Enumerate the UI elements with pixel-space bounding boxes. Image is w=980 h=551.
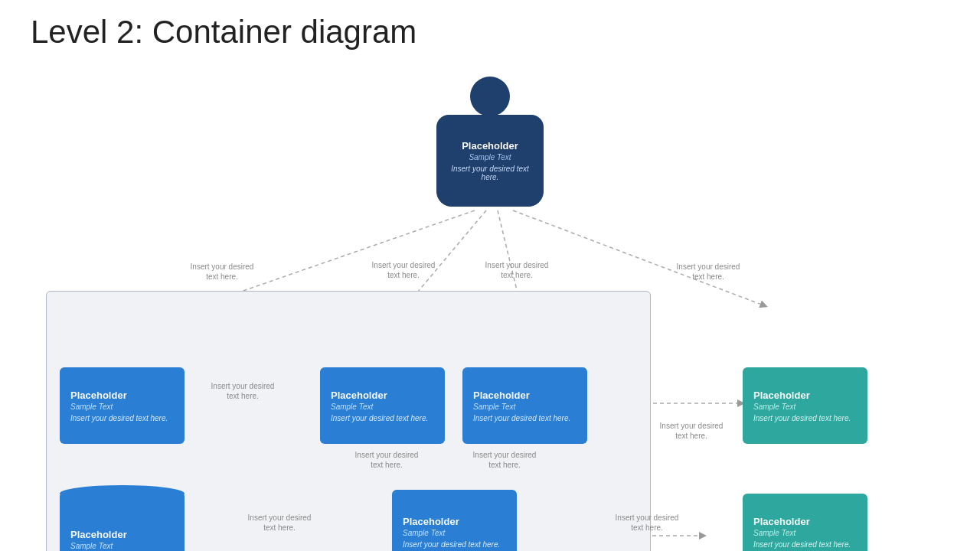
teal1-sample: Sample Text: [753, 403, 795, 411]
label-box3-teal1: Insert your desired text here.: [657, 421, 726, 441]
person-shape: Placeholder Sample Text Insert your desi…: [436, 77, 544, 207]
label-person-box3: Insert your desired text here.: [482, 260, 551, 280]
cylinder-top: [60, 485, 185, 502]
person-body: Placeholder Sample Text Insert your desi…: [436, 115, 544, 207]
diagram-area: Placeholder Sample Text Insert your desi…: [0, 69, 980, 551]
teal2-title: Placeholder: [753, 516, 810, 527]
person-sample: Sample Text: [469, 153, 511, 161]
teal1-title: Placeholder: [753, 390, 810, 401]
teal-box-2: Placeholder Sample Text Insert your desi…: [743, 494, 867, 551]
teal1-text: Insert your desired text here.: [753, 414, 851, 422]
cylinder-body: Placeholder Sample Text Insert your desi…: [60, 494, 185, 551]
teal-box-1: Placeholder Sample Text Insert your desi…: [743, 367, 867, 444]
box2-sample: Sample Text: [331, 403, 373, 411]
label-box3-box5: Insert your desired text here.: [470, 450, 539, 470]
cyl-title: Placeholder: [70, 529, 127, 540]
label-box1-box2: Insert your desired text here.: [208, 381, 277, 401]
person-title: Placeholder: [462, 140, 518, 152]
label-box5-teal2: Insert your desired text here.: [612, 513, 681, 533]
box2-text: Insert your desired text here.: [331, 414, 428, 422]
box3-sample: Sample Text: [473, 403, 515, 411]
label-person-box2: Insert your desired text here.: [369, 260, 438, 280]
box1-title: Placeholder: [70, 390, 127, 401]
label-person-box1: Insert your desired text here.: [188, 262, 256, 282]
cylinder-shape: Placeholder Sample Text Insert your desi…: [60, 494, 185, 551]
page-title: Level 2: Container diagram: [0, 0, 980, 51]
box5-title: Placeholder: [403, 516, 459, 527]
box1-sample: Sample Text: [70, 403, 113, 411]
label-person-teal1: Insert your desired text here.: [674, 262, 743, 282]
label-box2-box5: Insert your desired text here.: [352, 450, 421, 470]
blue-box-2: Placeholder Sample Text Insert your desi…: [320, 367, 445, 444]
blue-box-5: Placeholder Sample Text Insert your desi…: [392, 490, 517, 551]
label-box5-cyl: Insert your desired text here.: [245, 513, 314, 533]
box5-text: Insert your desired text here.: [403, 540, 500, 549]
box1-text: Insert your desired text here.: [70, 414, 168, 422]
teal2-sample: Sample Text: [753, 529, 795, 537]
person-head: [470, 77, 510, 116]
box3-text: Insert your desired text here.: [473, 414, 570, 422]
box2-title: Placeholder: [331, 390, 387, 401]
box3-title: Placeholder: [473, 390, 530, 401]
teal2-text: Insert your desired text here.: [753, 540, 851, 549]
box5-sample: Sample Text: [403, 529, 445, 537]
person-text: Insert your desired text here.: [444, 165, 536, 181]
cyl-sample: Sample Text: [70, 542, 113, 550]
blue-box-1: Placeholder Sample Text Insert your desi…: [60, 367, 185, 444]
blue-box-3: Placeholder Sample Text Insert your desi…: [462, 367, 587, 444]
